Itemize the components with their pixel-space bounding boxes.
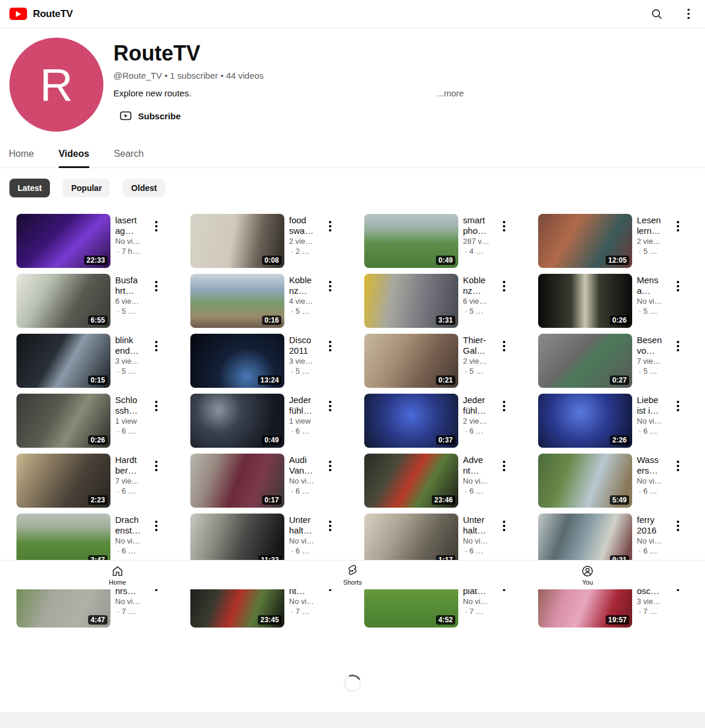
video-thumbnail[interactable]: 3:31	[364, 274, 458, 328]
video-caption: Lesen lern… 2 vie… · 5 …	[637, 215, 674, 256]
video-thumbnail[interactable]: 0:16	[190, 274, 284, 328]
video-menu-icon[interactable]	[677, 341, 679, 351]
video-menu-icon[interactable]	[155, 401, 157, 411]
video-menu-icon[interactable]	[677, 281, 679, 291]
video-thumbnail[interactable]: 22:33	[16, 214, 110, 268]
video-menu-icon[interactable]	[329, 221, 331, 232]
video-thumbnail[interactable]: 0:49	[190, 394, 284, 448]
video-age: · 5 …	[463, 306, 501, 316]
video-title[interactable]: smart pho…	[463, 215, 501, 236]
video-menu-icon[interactable]	[155, 461, 157, 471]
video-card: 0:27 Besen vo… 7 vie… · 5 …	[538, 334, 705, 391]
duration-badge: 0:27	[610, 375, 629, 385]
video-title[interactable]: blink end…	[115, 335, 153, 356]
video-age: · 6 …	[115, 426, 153, 436]
video-thumbnail[interactable]: 0:17	[190, 454, 284, 508]
video-age: · 7 …	[637, 606, 674, 616]
duration-badge: 12:05	[606, 256, 629, 265]
video-title[interactable]: Adve nt…	[463, 455, 501, 476]
duration-badge: 2:23	[88, 495, 108, 505]
video-title[interactable]: food swa…	[289, 215, 327, 236]
video-thumbnail[interactable]: 2:26	[538, 394, 632, 448]
duration-badge: 6:55	[88, 316, 108, 325]
video-menu-icon[interactable]	[503, 281, 505, 291]
video-title[interactable]: ferry 2016	[637, 515, 674, 536]
video-menu-icon[interactable]	[329, 281, 331, 291]
video-views: 3 vie…	[637, 596, 674, 606]
video-thumbnail[interactable]: 0:26	[538, 274, 632, 328]
video-menu-icon[interactable]	[503, 401, 505, 411]
video-menu-icon[interactable]	[677, 401, 679, 411]
video-views: 287 v…	[463, 236, 501, 246]
video-card: 13:24 Disco 2011 3 vie… · 5 …	[190, 334, 364, 391]
video-menu-icon[interactable]	[155, 341, 157, 351]
video-caption: Koble nz… 6 vie… · 5 …	[463, 275, 501, 316]
video-title[interactable]: Koble nz…	[463, 275, 501, 296]
video-thumbnail[interactable]: 0:08	[190, 214, 284, 268]
video-title[interactable]: Unter halt…	[289, 515, 327, 536]
video-thumbnail[interactable]: 2:23	[16, 454, 110, 508]
video-menu-icon[interactable]	[503, 521, 505, 531]
nav-item-home[interactable]: Home	[0, 561, 235, 589]
video-age: · 6 …	[115, 546, 153, 556]
video-caption: Schlo ssh… 1 view · 6 …	[115, 395, 153, 436]
nav-label: Shorts	[343, 579, 362, 586]
nav-item-shorts[interactable]: Shorts	[235, 561, 470, 589]
video-title[interactable]: Thier- Gal…	[463, 335, 501, 356]
video-title[interactable]: Besen vo…	[637, 335, 674, 356]
video-title[interactable]: Jeder fühl…	[289, 395, 327, 416]
video-title[interactable]: lasert ag…	[115, 215, 153, 236]
video-title[interactable]: Disco 2011	[289, 335, 327, 356]
video-views: 7 vie…	[637, 356, 674, 366]
video-menu-icon[interactable]	[155, 521, 157, 531]
video-title[interactable]: Busfa hrt…	[115, 275, 153, 296]
video-caption: Jeder fühl… 2 vie… · 6 …	[463, 395, 501, 436]
video-views: 4 vie…	[289, 296, 327, 306]
video-thumbnail[interactable]: 13:24	[190, 334, 284, 388]
video-grid: 22:33 lasert ag… No vi… · 7 h… 0:08 food…	[0, 0, 705, 646]
video-thumbnail[interactable]: 23:46	[364, 454, 458, 508]
video-thumbnail[interactable]: 0:15	[16, 334, 110, 388]
video-title[interactable]: Audi Van…	[289, 455, 327, 476]
video-menu-icon[interactable]	[155, 221, 157, 232]
video-menu-icon[interactable]	[503, 461, 505, 471]
video-thumbnail[interactable]: 0:49	[364, 214, 458, 268]
video-thumbnail[interactable]: 0:26	[16, 394, 110, 448]
video-menu-icon[interactable]	[503, 341, 505, 351]
video-title[interactable]: Koble nz…	[289, 275, 327, 296]
video-thumbnail[interactable]: 0:37	[364, 394, 458, 448]
video-menu-icon[interactable]	[677, 521, 679, 531]
video-menu-icon[interactable]	[329, 461, 331, 471]
video-title[interactable]: Hardt ber…	[115, 455, 153, 476]
video-title[interactable]: Unter halt…	[463, 515, 501, 536]
video-thumbnail[interactable]: 6:55	[16, 274, 110, 328]
video-caption: Unter halt… No vi… · 6 …	[289, 515, 327, 556]
duration-badge: 4:47	[88, 615, 108, 625]
video-title[interactable]: Mens a…	[637, 275, 674, 296]
video-title[interactable]: Schlo ssh…	[115, 395, 153, 416]
video-thumbnail[interactable]: 12:05	[538, 214, 632, 268]
video-menu-icon[interactable]	[503, 221, 505, 232]
video-menu-icon[interactable]	[329, 401, 331, 411]
video-caption: osc… 3 vie… · 7 …	[637, 586, 674, 616]
video-thumbnail[interactable]: 0:21	[364, 334, 458, 388]
video-title[interactable]: Jeder fühl…	[463, 395, 501, 416]
video-menu-icon[interactable]	[677, 461, 679, 471]
video-age: · 5 …	[637, 306, 674, 316]
video-views: 3 vie…	[289, 356, 327, 366]
video-age: · 6 …	[289, 486, 327, 496]
nav-item-you[interactable]: You	[470, 561, 705, 589]
video-title[interactable]: Lesen lern…	[637, 215, 674, 236]
video-title[interactable]: Wass ers…	[637, 455, 674, 476]
video-menu-icon[interactable]	[677, 221, 679, 232]
video-title[interactable]: Drach enst…	[115, 515, 153, 536]
video-thumbnail[interactable]: 5:49	[538, 454, 632, 508]
video-caption: Disco 2011 3 vie… · 5 …	[289, 335, 327, 376]
video-menu-icon[interactable]	[329, 521, 331, 531]
video-title[interactable]: Liebe ist i…	[637, 395, 674, 416]
duration-badge: 13:24	[258, 375, 281, 385]
video-menu-icon[interactable]	[155, 281, 157, 291]
video-menu-icon[interactable]	[329, 341, 331, 351]
video-thumbnail[interactable]: 0:27	[538, 334, 632, 388]
video-views: No vi…	[463, 536, 501, 546]
